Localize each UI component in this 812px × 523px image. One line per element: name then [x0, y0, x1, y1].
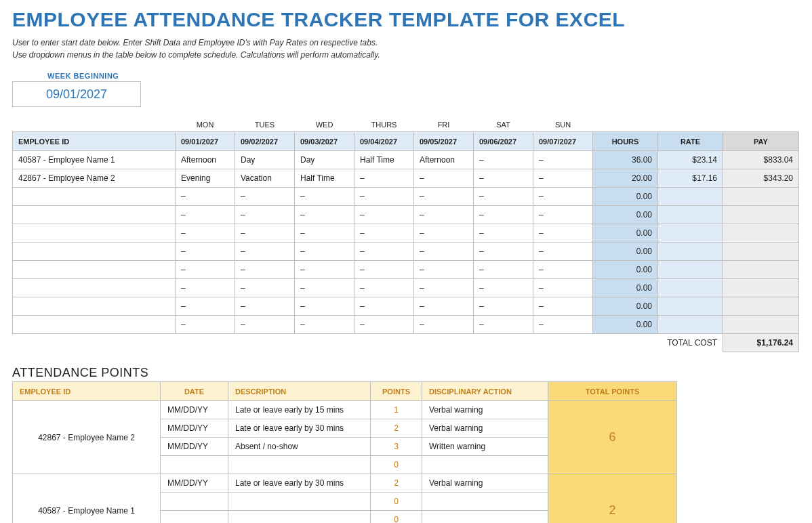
shift-cell[interactable]: –: [414, 261, 474, 279]
shift-cell[interactable]: –: [414, 224, 474, 243]
shift-cell[interactable]: Afternoon: [176, 151, 235, 169]
shift-cell[interactable]: –: [354, 297, 414, 316]
shift-cell[interactable]: –: [414, 243, 474, 261]
shift-cell[interactable]: –: [235, 206, 295, 224]
shift-cell[interactable]: –: [354, 261, 414, 279]
employee-id-cell[interactable]: [13, 279, 176, 297]
points-date-cell[interactable]: MM/DD/YY: [161, 474, 228, 493]
shift-cell[interactable]: –: [176, 188, 235, 206]
employee-id-cell[interactable]: [13, 224, 176, 243]
shift-cell[interactable]: –: [474, 279, 533, 297]
shift-cell[interactable]: –: [533, 169, 593, 188]
shift-cell[interactable]: –: [474, 188, 533, 206]
shift-cell[interactable]: –: [474, 316, 533, 334]
points-desc-cell[interactable]: Late or leave early by 30 mins: [228, 419, 371, 438]
shift-cell[interactable]: –: [354, 188, 414, 206]
shift-cell[interactable]: –: [295, 224, 354, 243]
employee-id-cell[interactable]: 40587 - Employee Name 1: [13, 151, 176, 169]
points-date-cell[interactable]: [161, 493, 228, 511]
shift-cell[interactable]: –: [235, 279, 295, 297]
shift-cell[interactable]: –: [354, 169, 414, 188]
shift-cell[interactable]: Afternoon: [414, 151, 474, 169]
shift-cell[interactable]: Evening: [176, 169, 235, 188]
points-date-cell[interactable]: [161, 511, 228, 524]
shift-cell[interactable]: –: [295, 261, 354, 279]
shift-cell[interactable]: –: [295, 297, 354, 316]
shift-cell[interactable]: –: [354, 316, 414, 334]
employee-id-cell[interactable]: [13, 297, 176, 316]
points-action-cell[interactable]: Verbal warning: [422, 401, 548, 419]
shift-cell[interactable]: –: [235, 297, 295, 316]
shift-cell[interactable]: –: [533, 188, 593, 206]
shift-cell[interactable]: –: [176, 261, 235, 279]
shift-cell[interactable]: –: [235, 261, 295, 279]
employee-id-cell[interactable]: [13, 243, 176, 261]
shift-cell[interactable]: –: [295, 188, 354, 206]
shift-cell[interactable]: –: [176, 316, 235, 334]
week-beginning-input[interactable]: 09/01/2027: [12, 81, 141, 107]
shift-cell[interactable]: –: [474, 206, 533, 224]
points-action-cell[interactable]: [422, 511, 548, 524]
shift-cell[interactable]: –: [176, 297, 235, 316]
employee-id-cell[interactable]: [13, 206, 176, 224]
shift-cell[interactable]: –: [235, 224, 295, 243]
points-desc-cell[interactable]: Late or leave early by 15 mins: [228, 401, 371, 419]
shift-cell[interactable]: –: [354, 243, 414, 261]
points-employee-cell[interactable]: 42867 - Employee Name 2: [13, 401, 161, 474]
shift-cell[interactable]: –: [176, 279, 235, 297]
points-date-cell[interactable]: MM/DD/YY: [161, 401, 228, 419]
points-action-cell[interactable]: [422, 493, 548, 511]
shift-cell[interactable]: –: [235, 316, 295, 334]
shift-cell[interactable]: –: [533, 151, 593, 169]
points-employee-cell[interactable]: 40587 - Employee Name 1: [13, 474, 161, 524]
points-desc-cell[interactable]: Late or leave early by 30 mins: [228, 474, 371, 493]
points-action-cell[interactable]: [422, 456, 548, 474]
shift-cell[interactable]: –: [354, 224, 414, 243]
points-date-cell[interactable]: MM/DD/YY: [161, 438, 228, 456]
shift-cell[interactable]: –: [533, 261, 593, 279]
shift-cell[interactable]: –: [414, 316, 474, 334]
shift-cell[interactable]: Day: [295, 151, 354, 169]
points-date-cell[interactable]: MM/DD/YY: [161, 419, 228, 438]
shift-cell[interactable]: –: [176, 224, 235, 243]
shift-cell[interactable]: –: [295, 279, 354, 297]
shift-cell[interactable]: –: [414, 206, 474, 224]
shift-cell[interactable]: Half Time: [354, 151, 414, 169]
shift-cell[interactable]: –: [295, 316, 354, 334]
points-action-cell[interactable]: Written warning: [422, 438, 548, 456]
shift-cell[interactable]: –: [533, 297, 593, 316]
shift-cell[interactable]: –: [474, 243, 533, 261]
employee-id-cell[interactable]: [13, 261, 176, 279]
shift-cell[interactable]: –: [414, 279, 474, 297]
shift-cell[interactable]: –: [533, 224, 593, 243]
shift-cell[interactable]: –: [354, 279, 414, 297]
shift-cell[interactable]: Half Time: [295, 169, 354, 188]
points-action-cell[interactable]: Verbal warning: [422, 474, 548, 493]
shift-cell[interactable]: –: [295, 206, 354, 224]
points-date-cell[interactable]: [161, 456, 228, 474]
shift-cell[interactable]: –: [414, 188, 474, 206]
points-desc-cell[interactable]: [228, 511, 371, 524]
shift-cell[interactable]: –: [474, 224, 533, 243]
shift-cell[interactable]: Day: [235, 151, 295, 169]
shift-cell[interactable]: –: [533, 243, 593, 261]
points-desc-cell[interactable]: Absent / no-show: [228, 438, 371, 456]
shift-cell[interactable]: –: [474, 169, 533, 188]
points-desc-cell[interactable]: [228, 456, 371, 474]
shift-cell[interactable]: Vacation: [235, 169, 295, 188]
shift-cell[interactable]: –: [533, 316, 593, 334]
shift-cell[interactable]: –: [176, 243, 235, 261]
points-action-cell[interactable]: Verbal warning: [422, 419, 548, 438]
shift-cell[interactable]: –: [235, 188, 295, 206]
shift-cell[interactable]: –: [474, 151, 533, 169]
shift-cell[interactable]: –: [235, 243, 295, 261]
shift-cell[interactable]: –: [176, 206, 235, 224]
employee-id-cell[interactable]: 42867 - Employee Name 2: [13, 169, 176, 188]
shift-cell[interactable]: –: [354, 206, 414, 224]
shift-cell[interactable]: –: [295, 243, 354, 261]
shift-cell[interactable]: –: [533, 279, 593, 297]
shift-cell[interactable]: –: [474, 297, 533, 316]
shift-cell[interactable]: –: [474, 261, 533, 279]
employee-id-cell[interactable]: [13, 188, 176, 206]
employee-id-cell[interactable]: [13, 316, 176, 334]
